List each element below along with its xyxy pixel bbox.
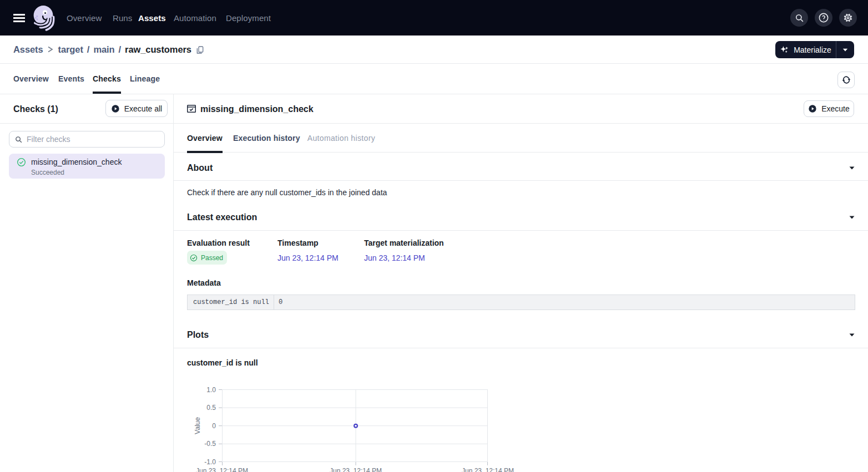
svg-text:0.5: 0.5 [206, 404, 216, 412]
svg-text:Jun 23, 12:14 PM: Jun 23, 12:14 PM [196, 467, 248, 472]
svg-text:0: 0 [212, 422, 216, 430]
svg-text:1.0: 1.0 [206, 386, 216, 394]
svg-text:-1.0: -1.0 [204, 458, 216, 466]
svg-text:Jun 23, 12:14 PM: Jun 23, 12:14 PM [330, 467, 382, 472]
svg-text:Jun 23, 12:14 PM: Jun 23, 12:14 PM [462, 467, 514, 472]
svg-text:Value: Value [194, 417, 201, 434]
svg-text:-0.5: -0.5 [204, 440, 216, 448]
